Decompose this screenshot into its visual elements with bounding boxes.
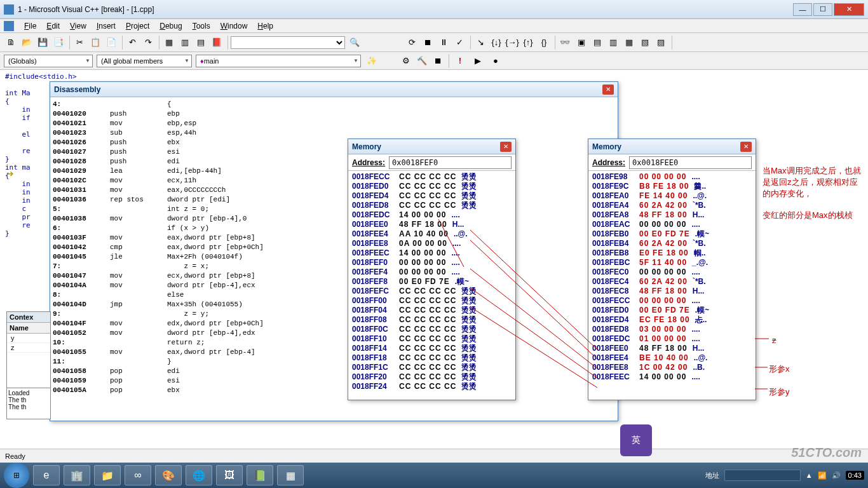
disasm-line[interactable]: 00401058popedi xyxy=(53,367,615,376)
disasm-line[interactable]: 0040102Cmovecx,11h xyxy=(53,176,615,186)
memory-row[interactable]: 0018FE9800 00 00 00.... xyxy=(592,172,752,182)
paste-icon[interactable]: 📄 xyxy=(104,36,118,50)
disasm-close-icon[interactable]: ✕ xyxy=(602,85,614,95)
minimize-button[interactable]: — xyxy=(793,3,812,16)
memory-row[interactable]: 0018FEC000 00 00 00.... xyxy=(592,268,752,277)
mem1-rows[interactable]: 0018FECCCC CC CC CC烫烫0018FED0CC CC CC CC… xyxy=(348,171,515,393)
disasm-line[interactable]: 00401029leaedi,[ebp-44h] xyxy=(53,166,615,176)
go-icon[interactable]: ! xyxy=(453,54,467,68)
redo-icon[interactable]: ↷ xyxy=(141,36,155,50)
disasm-line[interactable]: 00401055moveax,dword ptr [ebp-4] xyxy=(53,348,615,357)
memory-row[interactable]: 0018FEE4AA 10 40 00..@. xyxy=(352,229,512,239)
breakpoint-icon[interactable]: ● xyxy=(489,54,503,68)
disasm-line[interactable]: 0040103Fmoveax,dword ptr [ebp+8] xyxy=(53,233,615,243)
disasm-body[interactable]: 4:{00401020pushebp00401021movebp,esp0040… xyxy=(50,97,618,421)
close-button[interactable]: ✕ xyxy=(834,3,864,16)
menu-edit[interactable]: Edit xyxy=(41,20,65,32)
context-row[interactable]: y xyxy=(7,334,50,343)
task-chrome-icon[interactable]: 🌐 xyxy=(186,465,212,485)
disasm-line[interactable]: 00401047movecx,dword ptr [ebp+8] xyxy=(53,271,615,281)
break-icon[interactable]: ⏸ xyxy=(437,36,451,50)
vars-icon[interactable]: ▤ xyxy=(590,36,604,50)
memory-row[interactable]: 0018FEA0FE 14 40 00..@. xyxy=(592,191,752,201)
disasm-line[interactable]: 00401023subesp,44h xyxy=(53,128,615,138)
menu-window[interactable]: Window xyxy=(215,20,253,32)
disasm-line[interactable]: 00401052movdword ptr [ebp-4],edx xyxy=(53,329,615,338)
menu-project[interactable]: Project xyxy=(121,20,154,32)
memory-row[interactable]: 0018FEF800 E0 FD 7E.幙~ xyxy=(352,277,512,287)
memory-row[interactable]: 0018FEAC00 00 00 00.... xyxy=(592,220,752,229)
disasm-line[interactable]: 0040104Fmovedx,dword ptr [ebp+0Ch] xyxy=(53,319,615,329)
disasm-line[interactable]: 00401045jleMax+2Fh (0040104f) xyxy=(53,252,615,262)
stepout-icon[interactable]: {↑} xyxy=(521,36,535,50)
memory-row[interactable]: 0018FEBC5F 11 40 00_.@. xyxy=(592,258,752,268)
memory-row[interactable]: 0018FEC460 2A 42 00`*B. xyxy=(592,277,752,287)
mem2-rows[interactable]: 0018FE9800 00 00 00....0018FE9CB8 FE 18 … xyxy=(588,171,756,383)
memory-row[interactable]: 0018FEA460 2A 42 00`*B. xyxy=(592,201,752,210)
disasm-line[interactable]: 6:if (x > y) xyxy=(53,224,615,233)
start-button[interactable]: ⊞ xyxy=(4,463,29,488)
disasm-line[interactable]: 10:return z; xyxy=(53,338,615,348)
disasm-line[interactable]: 00401031moveax,0CCCCCCCCh xyxy=(53,186,615,195)
book-icon[interactable]: 📕 xyxy=(210,36,224,50)
task-evernote-icon[interactable]: 📗 xyxy=(247,465,273,485)
task-app2-icon[interactable]: ▦ xyxy=(277,465,304,485)
memory-row[interactable]: 0018FEE048 FF 18 00H... xyxy=(352,220,512,229)
memory-row[interactable]: 0018FF10CC CC CC CC烫烫 xyxy=(352,334,512,344)
memory-row[interactable]: 0018FF14CC CC CC CC烫烫 xyxy=(352,344,512,353)
memory-row[interactable]: 0018FEE81C 00 42 00..B. xyxy=(592,363,752,372)
disasm-line[interactable]: 0040104DjmpMax+35h (00401055) xyxy=(53,300,615,309)
stop-icon[interactable]: ⏹ xyxy=(421,36,435,50)
memory-row[interactable]: 0018FECC00 00 00 00.... xyxy=(592,296,752,306)
memory-row[interactable]: 0018FEDC01 00 00 00.... xyxy=(592,334,752,344)
runto-icon[interactable]: {} xyxy=(537,36,551,50)
globals-combo[interactable]: (Globals) xyxy=(4,55,93,67)
menu-file[interactable]: File xyxy=(19,20,41,32)
memory-row[interactable]: 0018FEE048 FF 18 00H... xyxy=(592,344,752,353)
step-icon[interactable]: ↘ xyxy=(473,36,487,50)
disasm-line[interactable]: 5:int z = 0; xyxy=(53,205,615,214)
memory-row[interactable]: 0018FEB8E0 FE 18 00帼.. xyxy=(592,248,752,258)
disasm-line[interactable]: 9: z = y; xyxy=(53,309,615,319)
tray-sound-icon[interactable]: 🔊 xyxy=(832,471,841,480)
memory-row[interactable]: 0018FF08CC CC CC CC烫烫 xyxy=(352,315,512,325)
disasm-line[interactable]: 00401038movdword ptr [ebp-4],0 xyxy=(53,214,615,224)
disasm-line[interactable]: 7: z = x; xyxy=(53,262,615,271)
disasm-line[interactable]: 00401021movebp,esp xyxy=(53,119,615,128)
disasm-line[interactable]: 00401036rep stosdword ptr [edi] xyxy=(53,195,615,205)
ime-indicator[interactable]: 英 xyxy=(620,424,652,456)
apply-icon[interactable]: ✓ xyxy=(452,36,466,50)
disasm-line[interactable]: 0040105Apopebx xyxy=(53,386,615,395)
task-app-icon[interactable]: 🏢 xyxy=(64,465,90,485)
find-combo[interactable] xyxy=(231,36,345,49)
task-ie-icon[interactable]: e xyxy=(33,465,60,485)
saveall-icon[interactable]: 📑 xyxy=(51,36,65,50)
tray-clock[interactable]: 0:43 xyxy=(846,471,864,480)
menu-insert[interactable]: Insert xyxy=(92,20,121,32)
mem2-close-icon[interactable]: ✕ xyxy=(740,142,752,152)
memory-row[interactable]: 0018FED000 E0 FD 7E.幙~ xyxy=(592,306,752,315)
task-paint-icon[interactable]: 🎨 xyxy=(155,465,182,485)
members-combo[interactable]: (All global members xyxy=(97,55,192,67)
tray-addr-input[interactable] xyxy=(724,470,801,481)
stepover-icon[interactable]: {→} xyxy=(505,36,519,50)
memory-row[interactable]: 0018FED8CC CC CC CC烫烫 xyxy=(352,201,512,210)
memory-row[interactable]: 0018FECCCC CC CC CC烫烫 xyxy=(352,172,512,182)
task-image-icon[interactable]: 🖼 xyxy=(216,465,243,485)
mem2-addr-input[interactable] xyxy=(629,156,752,169)
tray-network-icon[interactable]: 📶 xyxy=(818,471,827,480)
windows-icon[interactable]: ▤ xyxy=(194,36,208,50)
memory-row[interactable]: 0018FEFCCC CC CC CC烫烫 xyxy=(352,287,512,296)
save-icon[interactable]: 💾 xyxy=(36,36,50,50)
disasm-line[interactable]: 00401026pushebx xyxy=(53,138,615,147)
new-icon[interactable]: 🗎 xyxy=(4,36,18,50)
menu-debug[interactable]: Debug xyxy=(154,20,187,32)
task-explorer-icon[interactable]: 📁 xyxy=(94,465,121,485)
memory-row[interactable]: 0018FF24CC CC CC CC烫烫 xyxy=(352,382,512,391)
tray-icon[interactable]: ▲ xyxy=(806,471,813,479)
callstack-icon[interactable]: ▧ xyxy=(638,36,652,50)
memory-row[interactable]: 0018FEF000 00 00 00.... xyxy=(352,258,512,268)
wizard-icon[interactable]: ✨ xyxy=(365,54,379,68)
cut-icon[interactable]: ✂ xyxy=(72,36,86,50)
memory-row[interactable]: 0018FEC848 FF 18 00H... xyxy=(592,287,752,296)
